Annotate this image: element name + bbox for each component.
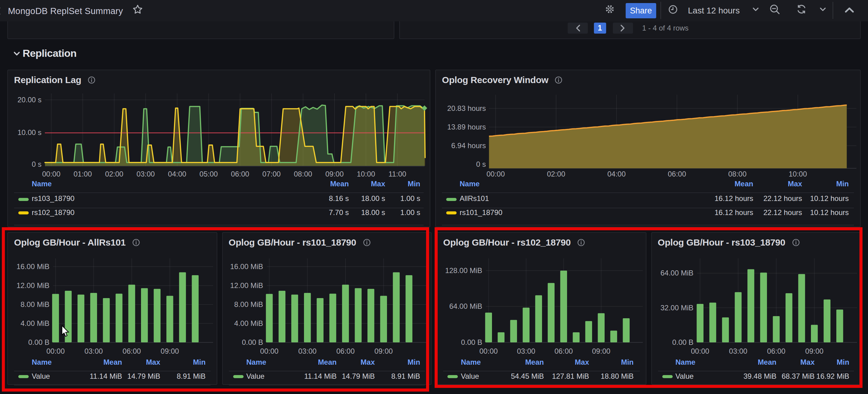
svg-text:06:00: 06:00: [668, 170, 686, 178]
svg-text:02:00: 02:00: [547, 170, 565, 178]
svg-text:06:00: 06:00: [231, 170, 249, 178]
svg-text:04:00: 04:00: [168, 170, 186, 178]
svg-text:08:00: 08:00: [294, 170, 312, 178]
svg-text:20.00 s: 20.00 s: [18, 95, 41, 104]
svg-text:09:00: 09:00: [326, 170, 344, 178]
svg-text:03:00: 03:00: [136, 170, 155, 178]
svg-text:04:00: 04:00: [607, 170, 626, 178]
svg-text:11:00: 11:00: [389, 170, 406, 178]
svg-text:10.00 s: 10.00 s: [18, 128, 41, 136]
svg-text:0 s: 0 s: [32, 160, 41, 168]
svg-text:6.94 hours: 6.94 hours: [452, 141, 486, 149]
svg-text:10:00: 10:00: [789, 170, 807, 178]
svg-text:08:00: 08:00: [728, 170, 747, 178]
svg-text:10:00: 10:00: [357, 170, 375, 178]
svg-text:13.89 hours: 13.89 hours: [447, 122, 486, 131]
svg-text:20.83 hours: 20.83 hours: [447, 104, 486, 112]
svg-text:01:00: 01:00: [73, 170, 92, 178]
svg-text:00:00: 00:00: [42, 170, 60, 178]
svg-text:02:00: 02:00: [105, 170, 123, 178]
svg-text:05:00: 05:00: [199, 170, 218, 178]
svg-text:07:00: 07:00: [262, 170, 281, 178]
svg-text:00:00: 00:00: [487, 170, 505, 178]
svg-text:0 s: 0 s: [476, 160, 486, 168]
